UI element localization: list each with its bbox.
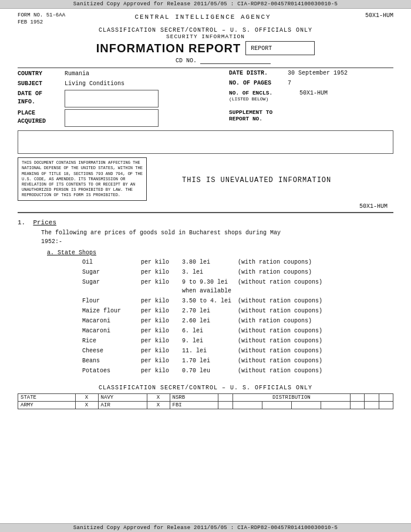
price-item-unit: per kilo <box>141 316 182 325</box>
price-item-note: (without ration coupons) <box>238 366 322 375</box>
no-encls-label: NO. OF ENCLS. <box>229 90 288 96</box>
no-pages-label: NO. OF PAGES <box>229 80 288 86</box>
top-banner: Sanitized Copy Approved for Release 2011… <box>0 0 411 9</box>
price-item-unit: per kilo <box>141 356 182 365</box>
subject-label: SUBJECT <box>18 80 65 88</box>
fifty-hum-top: 50X1-HUM <box>341 12 393 19</box>
place-acquired-box <box>65 109 159 127</box>
dist-empty2 <box>350 394 364 402</box>
dist-state-x: X <box>75 394 98 402</box>
warning-unevaluated-section: THIS DOCUMENT CONTAINS INFORMATION AFFEC… <box>18 157 393 201</box>
date-info-label: DATE OF INFO. <box>18 90 42 105</box>
price-row: Flour per kilo 3.50 to 4. lei (without r… <box>82 297 393 305</box>
price-item-price: 11. lei <box>182 346 238 355</box>
price-item-name: Macaroni <box>82 326 141 335</box>
price-item-price: 9. lei <box>182 336 238 345</box>
large-note-box <box>18 130 393 154</box>
dist-navy: NAVY <box>98 394 147 402</box>
dist-empty4 <box>379 394 393 402</box>
price-item-unit: per kilo <box>141 258 182 267</box>
price-item-unit: per kilo <box>141 366 182 375</box>
place-acquired-label: PLACE ACQUIRED <box>18 110 49 124</box>
dist-nsrb: NSRB <box>170 394 218 402</box>
security-info: SECURITY INFORMATION <box>18 33 393 40</box>
dist-state: STATE <box>18 394 76 402</box>
price-row: Maize flour per kilo 2.70 lei (without r… <box>82 307 393 315</box>
price-item-unit: per kilo <box>141 336 182 345</box>
dist-empty3 <box>365 394 379 402</box>
price-item-price: 2.60 lei <box>182 316 238 325</box>
warning-box: THIS DOCUMENT CONTAINS INFORMATION AFFEC… <box>18 157 147 201</box>
price-item-note: (without ration coupons) <box>238 278 322 287</box>
dist-empty11 <box>365 402 379 409</box>
dist-army: ARMY <box>18 402 76 409</box>
country-label: COUNTRY <box>18 70 65 78</box>
price-item-price: 1.70 lei <box>182 356 238 365</box>
price-item-price: 6. lei <box>182 326 238 335</box>
classification-line: CLASSIFICATION SECRET/CONTROL – U. S. OF… <box>18 27 393 33</box>
price-item-name: Flour <box>82 297 141 305</box>
supplement-label: SUPPLEMENT TO REPORT NO. <box>229 109 288 122</box>
bottom-banner: Sanitized Copy Approved for Release 2011… <box>0 523 411 532</box>
price-item-note: (without ration coupons) <box>238 336 322 345</box>
price-item-note: (without ration coupons) <box>238 297 322 305</box>
dist-navy-x: X <box>147 394 170 402</box>
price-item-note: (without ration coupons) <box>238 356 322 365</box>
place-acquired-row: PLACE ACQUIRED SUPPLEMENT TO REPORT NO. <box>18 109 393 127</box>
intro-text: The following are prices of goods sold i… <box>41 228 393 246</box>
content-section: 1. Prices The following are prices of go… <box>18 216 393 381</box>
dist-empty6 <box>233 402 262 409</box>
price-item-unit: per kilo <box>141 268 182 277</box>
dist-empty1 <box>218 394 233 402</box>
price-item-unit: per kilo <box>141 307 182 315</box>
price-row: Sugar per kilo 9 to 9.30 leiwhen availab… <box>82 278 393 295</box>
price-row: Potatoes per kilo 0.70 leu (without rati… <box>82 366 393 375</box>
price-item-unit: per kilo <box>141 346 182 355</box>
price-item-price: 0.70 leu <box>182 366 238 375</box>
supplement-row: SUPPLEMENT TO REPORT NO. <box>229 109 393 122</box>
form-number: FORM NO. 51-6AA FEB 1952 <box>18 12 65 26</box>
price-item-unit: per kilo <box>141 326 182 335</box>
no-encls-row: NO. OF ENCLS. 50X1-HUM (LISTED BELOW) <box>229 90 393 102</box>
subsection-label: a. State Shops <box>47 250 393 256</box>
country-value: Rumania <box>65 70 229 78</box>
price-row: Cheese per kilo 11. lei (without ration … <box>82 346 393 355</box>
fifty-hum-middle: 50X1-HUM <box>359 203 393 210</box>
price-item-unit: per kilo <box>141 278 182 287</box>
price-item-name: Rice <box>82 336 141 345</box>
price-item-price: 3.80 lei <box>182 258 238 267</box>
price-row: Beans per kilo 1.70 lei (without ration … <box>82 356 393 365</box>
date-distr-value: 30 September 1952 <box>288 70 348 76</box>
dist-empty7 <box>262 402 291 409</box>
price-item-note: (with ration coupons) <box>238 258 312 267</box>
price-item-name: Sugar <box>82 268 141 277</box>
price-item-name: Oil <box>82 258 141 267</box>
dist-empty8 <box>291 402 321 409</box>
cia-agency-name: CENTRAL INTELLIGENCE AGENCY <box>65 14 341 21</box>
info-report-title: INFORMATION REPORT <box>96 42 241 55</box>
dist-air-x: X <box>147 402 170 409</box>
date-distr-row: DATE DISTR. 30 September 1952 <box>229 70 393 76</box>
dist-army-x: X <box>75 402 98 409</box>
bottom-classification: CLASSIFICATION SECRET/CONTROL – U. S. OF… <box>18 385 393 391</box>
report-header-row: INFORMATION REPORT REPORT <box>18 41 393 55</box>
price-item-unit: per kilo <box>141 297 182 305</box>
price-item-name: Potatoes <box>82 366 141 375</box>
no-pages-row: NO. OF PAGES 7 <box>229 80 393 86</box>
report-box: REPORT <box>245 41 315 55</box>
dist-empty10 <box>350 402 364 409</box>
dist-empty9 <box>321 402 350 409</box>
price-item-name: Sugar <box>82 278 141 287</box>
date-distr-label: DATE DISTR. <box>229 70 288 76</box>
subject-value: Living Conditions <box>65 80 229 88</box>
price-row: Macaroni per kilo 2.60 lei (with ration … <box>82 316 393 325</box>
no-encls-value: 50X1-HUM <box>299 90 328 96</box>
dist-distribution: DISTRIBUTION <box>233 394 350 402</box>
subject-row: SUBJECT Living Conditions NO. OF PAGES 7 <box>18 80 393 88</box>
price-table: Oil per kilo 3.80 lei (with ration coupo… <box>82 258 393 375</box>
no-pages-value: 7 <box>288 80 291 86</box>
dist-air: AIR <box>98 402 147 409</box>
price-row: Macaroni per kilo 6. lei (without ration… <box>82 326 393 335</box>
price-item-note: (without ration coupons) <box>238 326 322 335</box>
price-item-price: 9 to 9.30 leiwhen available <box>182 278 238 295</box>
